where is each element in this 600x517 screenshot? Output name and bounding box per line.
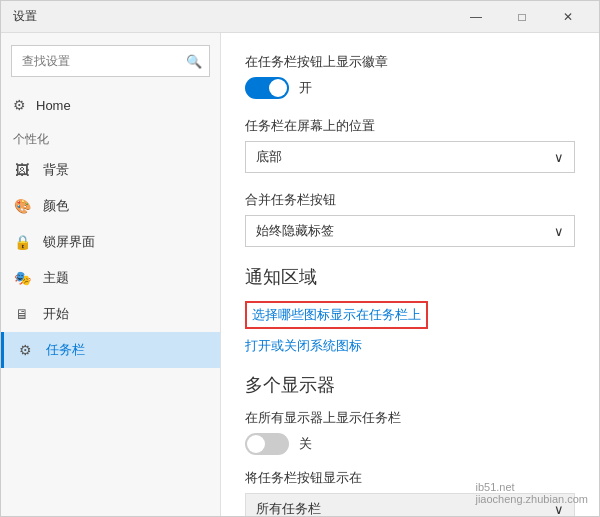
settings-window: 设置 — □ ✕ 🔍 ⚙ Home 个性化 🖼 背景 [0, 0, 600, 517]
color-icon: 🎨 [13, 198, 31, 214]
home-nav-item[interactable]: ⚙ Home [1, 89, 220, 121]
maximize-button[interactable]: □ [499, 1, 545, 33]
combine-setting-row: 合并任务栏按钮 始终隐藏标签 ∨ [245, 191, 575, 247]
show-taskbar-label: 在所有显示器上显示任务栏 [245, 409, 575, 427]
position-dropdown[interactable]: 底部 ∨ [245, 141, 575, 173]
multi-display-header: 多个显示器 [245, 373, 575, 397]
personalization-section-title: 个性化 [1, 121, 220, 152]
color-label: 颜色 [43, 197, 69, 215]
home-label: Home [36, 98, 71, 113]
sidebar: 🔍 ⚙ Home 个性化 🖼 背景 🎨 颜色 🔒 锁屏界面 [1, 33, 221, 516]
badge-setting-row: 在任务栏按钮上显示徽章 开 [245, 53, 575, 99]
minimize-button[interactable]: — [453, 1, 499, 33]
home-icon: ⚙ [13, 97, 26, 113]
background-icon: 🖼 [13, 162, 31, 178]
system-icons-link[interactable]: 打开或关闭系统图标 [245, 337, 575, 355]
sidebar-item-color[interactable]: 🎨 颜色 [1, 188, 220, 224]
start-icon: 🖥 [13, 306, 31, 322]
search-box: 🔍 [11, 45, 210, 77]
notification-icons-link[interactable]: 选择哪些图标显示在任务栏上 [245, 301, 428, 329]
position-setting-label: 任务栏在屏幕上的位置 [245, 117, 575, 135]
chevron-down-icon: ∨ [554, 150, 564, 165]
multi-display-toggle-row: 关 [245, 433, 575, 455]
sidebar-item-background[interactable]: 🖼 背景 [1, 152, 220, 188]
taskbar-label: 任务栏 [46, 341, 85, 359]
window-controls: — □ ✕ [453, 1, 591, 33]
window-title: 设置 [13, 8, 37, 25]
close-button[interactable]: ✕ [545, 1, 591, 33]
themes-label: 主题 [43, 269, 69, 287]
start-label: 开始 [43, 305, 69, 323]
badge-setting-label: 在任务栏按钮上显示徽章 [245, 53, 575, 71]
title-bar: 设置 — □ ✕ [1, 1, 599, 33]
badge-toggle-row: 开 [245, 77, 575, 99]
position-setting-row: 任务栏在屏幕上的位置 底部 ∨ [245, 117, 575, 173]
chevron-down-icon3: ∨ [554, 502, 564, 517]
search-icon: 🔍 [186, 54, 202, 69]
taskbar-icon: ⚙ [16, 342, 34, 358]
badge-toggle-label: 开 [299, 79, 312, 97]
taskbar-buttons-dropdown: 所有任务栏 ∨ [245, 493, 575, 516]
badge-toggle[interactable] [245, 77, 289, 99]
multi-display-section: 多个显示器 在所有显示器上显示任务栏 关 将任务栏按钮显示在 所有任务栏 ∨ [245, 373, 575, 516]
sidebar-item-lockscreen[interactable]: 🔒 锁屏界面 [1, 224, 220, 260]
background-label: 背景 [43, 161, 69, 179]
search-input[interactable] [11, 45, 210, 77]
settings-panel: 在任务栏按钮上显示徽章 开 任务栏在屏幕上的位置 底部 ∨ 合并任务栏按钮 始终… [221, 33, 599, 516]
combine-value: 始终隐藏标签 [256, 222, 334, 240]
position-value: 底部 [256, 148, 282, 166]
sidebar-item-themes[interactable]: 🎭 主题 [1, 260, 220, 296]
multi-display-toggle-label: 关 [299, 435, 312, 453]
notification-header: 通知区域 [245, 265, 575, 289]
chevron-down-icon2: ∨ [554, 224, 564, 239]
multi-display-toggle[interactable] [245, 433, 289, 455]
notification-section: 通知区域 选择哪些图标显示在任务栏上 打开或关闭系统图标 [245, 265, 575, 355]
sidebar-item-taskbar[interactable]: ⚙ 任务栏 [1, 332, 220, 368]
lockscreen-label: 锁屏界面 [43, 233, 95, 251]
taskbar-buttons-value: 所有任务栏 [256, 500, 321, 516]
sidebar-item-start[interactable]: 🖥 开始 [1, 296, 220, 332]
combine-setting-label: 合并任务栏按钮 [245, 191, 575, 209]
themes-icon: 🎭 [13, 270, 31, 286]
main-content: 🔍 ⚙ Home 个性化 🖼 背景 🎨 颜色 🔒 锁屏界面 [1, 33, 599, 516]
show-buttons-label: 将任务栏按钮显示在 [245, 469, 575, 487]
lockscreen-icon: 🔒 [13, 234, 31, 250]
combine-dropdown[interactable]: 始终隐藏标签 ∨ [245, 215, 575, 247]
